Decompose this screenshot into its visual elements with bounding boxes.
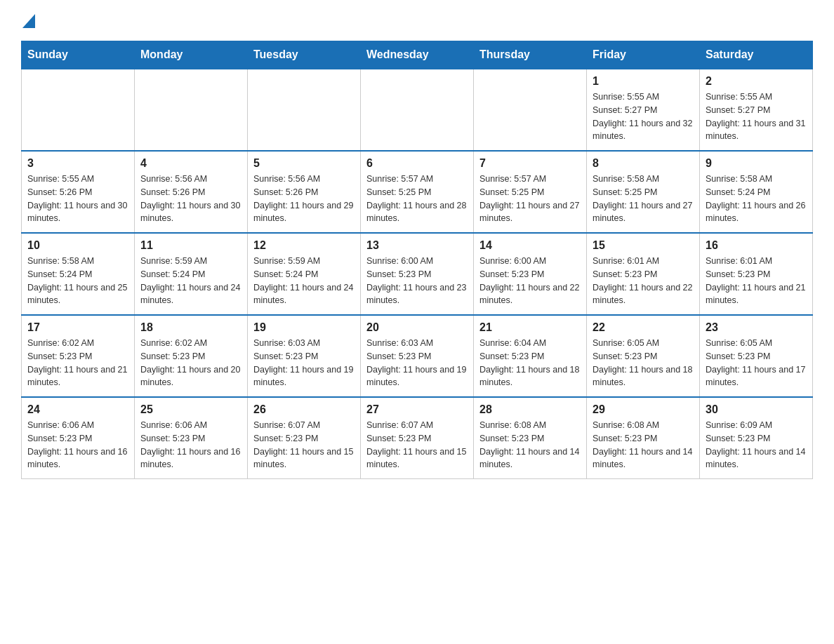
column-header-friday: Friday bbox=[587, 41, 700, 69]
week-row-4: 17Sunrise: 6:02 AMSunset: 5:23 PMDayligh… bbox=[22, 315, 813, 397]
column-header-thursday: Thursday bbox=[474, 41, 587, 69]
calendar-cell bbox=[248, 69, 361, 151]
day-number: 6 bbox=[366, 157, 468, 170]
calendar-cell bbox=[22, 69, 135, 151]
day-info: Sunrise: 5:56 AMSunset: 5:26 PMDaylight:… bbox=[140, 173, 241, 225]
day-number: 11 bbox=[140, 239, 241, 252]
calendar-cell bbox=[135, 69, 248, 151]
calendar-cell: 25Sunrise: 6:06 AMSunset: 5:23 PMDayligh… bbox=[135, 397, 248, 479]
day-number: 22 bbox=[593, 321, 694, 334]
column-header-saturday: Saturday bbox=[700, 41, 813, 69]
calendar-cell: 23Sunrise: 6:05 AMSunset: 5:23 PMDayligh… bbox=[700, 315, 813, 397]
calendar-cell bbox=[361, 69, 474, 151]
day-info: Sunrise: 6:00 AMSunset: 5:23 PMDaylight:… bbox=[479, 255, 581, 307]
calendar-cell: 22Sunrise: 6:05 AMSunset: 5:23 PMDayligh… bbox=[587, 315, 700, 397]
day-info: Sunrise: 6:07 AMSunset: 5:23 PMDaylight:… bbox=[366, 419, 468, 471]
day-number: 2 bbox=[706, 75, 807, 88]
day-number: 23 bbox=[706, 321, 807, 334]
calendar-cell: 6Sunrise: 5:57 AMSunset: 5:25 PMDaylight… bbox=[361, 151, 474, 233]
calendar-cell: 13Sunrise: 6:00 AMSunset: 5:23 PMDayligh… bbox=[361, 233, 474, 315]
calendar-header-row: SundayMondayTuesdayWednesdayThursdayFrid… bbox=[22, 41, 813, 69]
day-info: Sunrise: 5:58 AMSunset: 5:25 PMDaylight:… bbox=[593, 173, 694, 225]
day-info: Sunrise: 6:08 AMSunset: 5:23 PMDaylight:… bbox=[479, 419, 581, 471]
day-number: 27 bbox=[366, 403, 468, 416]
calendar-cell: 17Sunrise: 6:02 AMSunset: 5:23 PMDayligh… bbox=[22, 315, 135, 397]
column-header-tuesday: Tuesday bbox=[248, 41, 361, 69]
day-number: 29 bbox=[593, 403, 694, 416]
calendar-cell: 21Sunrise: 6:04 AMSunset: 5:23 PMDayligh… bbox=[474, 315, 587, 397]
day-number: 14 bbox=[479, 239, 581, 252]
day-info: Sunrise: 6:01 AMSunset: 5:23 PMDaylight:… bbox=[593, 255, 694, 307]
calendar-table: SundayMondayTuesdayWednesdayThursdayFrid… bbox=[21, 41, 813, 479]
day-number: 25 bbox=[140, 403, 241, 416]
calendar-cell: 1Sunrise: 5:55 AMSunset: 5:27 PMDaylight… bbox=[587, 69, 700, 151]
day-number: 24 bbox=[27, 403, 128, 416]
day-info: Sunrise: 5:55 AMSunset: 5:27 PMDaylight:… bbox=[706, 90, 807, 143]
day-info: Sunrise: 6:01 AMSunset: 5:23 PMDaylight:… bbox=[706, 255, 807, 307]
day-number: 5 bbox=[253, 157, 355, 170]
day-number: 12 bbox=[253, 239, 355, 252]
week-row-3: 10Sunrise: 5:58 AMSunset: 5:24 PMDayligh… bbox=[22, 233, 813, 315]
calendar-cell: 24Sunrise: 6:06 AMSunset: 5:23 PMDayligh… bbox=[22, 397, 135, 479]
day-number: 20 bbox=[366, 321, 468, 334]
calendar-cell: 10Sunrise: 5:58 AMSunset: 5:24 PMDayligh… bbox=[22, 233, 135, 315]
day-info: Sunrise: 6:05 AMSunset: 5:23 PMDaylight:… bbox=[593, 337, 694, 389]
day-number: 16 bbox=[706, 239, 807, 252]
calendar-cell: 29Sunrise: 6:08 AMSunset: 5:23 PMDayligh… bbox=[587, 397, 700, 479]
calendar-cell: 2Sunrise: 5:55 AMSunset: 5:27 PMDaylight… bbox=[700, 69, 813, 151]
day-number: 10 bbox=[27, 239, 128, 252]
page-header bbox=[21, 14, 813, 28]
day-number: 15 bbox=[593, 239, 694, 252]
day-info: Sunrise: 5:58 AMSunset: 5:24 PMDaylight:… bbox=[706, 173, 807, 225]
calendar-cell: 27Sunrise: 6:07 AMSunset: 5:23 PMDayligh… bbox=[361, 397, 474, 479]
logo bbox=[21, 14, 35, 28]
day-number: 18 bbox=[140, 321, 241, 334]
calendar-cell: 30Sunrise: 6:09 AMSunset: 5:23 PMDayligh… bbox=[700, 397, 813, 479]
day-info: Sunrise: 5:57 AMSunset: 5:25 PMDaylight:… bbox=[366, 173, 468, 225]
day-number: 8 bbox=[593, 157, 694, 170]
week-row-2: 3Sunrise: 5:55 AMSunset: 5:26 PMDaylight… bbox=[22, 151, 813, 233]
calendar-cell: 20Sunrise: 6:03 AMSunset: 5:23 PMDayligh… bbox=[361, 315, 474, 397]
calendar-cell: 7Sunrise: 5:57 AMSunset: 5:25 PMDaylight… bbox=[474, 151, 587, 233]
column-header-monday: Monday bbox=[135, 41, 248, 69]
day-info: Sunrise: 6:00 AMSunset: 5:23 PMDaylight:… bbox=[366, 255, 468, 307]
calendar-cell: 14Sunrise: 6:00 AMSunset: 5:23 PMDayligh… bbox=[474, 233, 587, 315]
day-info: Sunrise: 5:58 AMSunset: 5:24 PMDaylight:… bbox=[27, 255, 128, 307]
day-number: 30 bbox=[706, 403, 807, 416]
day-info: Sunrise: 6:03 AMSunset: 5:23 PMDaylight:… bbox=[253, 337, 355, 389]
calendar-cell: 18Sunrise: 6:02 AMSunset: 5:23 PMDayligh… bbox=[135, 315, 248, 397]
calendar-cell bbox=[474, 69, 587, 151]
column-header-sunday: Sunday bbox=[22, 41, 135, 69]
day-info: Sunrise: 6:07 AMSunset: 5:23 PMDaylight:… bbox=[253, 419, 355, 471]
day-number: 4 bbox=[140, 157, 241, 170]
calendar-cell: 15Sunrise: 6:01 AMSunset: 5:23 PMDayligh… bbox=[587, 233, 700, 315]
calendar-cell: 9Sunrise: 5:58 AMSunset: 5:24 PMDaylight… bbox=[700, 151, 813, 233]
day-info: Sunrise: 5:56 AMSunset: 5:26 PMDaylight:… bbox=[253, 173, 355, 225]
day-info: Sunrise: 5:59 AMSunset: 5:24 PMDaylight:… bbox=[140, 255, 241, 307]
day-number: 28 bbox=[479, 403, 581, 416]
day-info: Sunrise: 6:02 AMSunset: 5:23 PMDaylight:… bbox=[27, 337, 128, 389]
day-info: Sunrise: 5:55 AMSunset: 5:27 PMDaylight:… bbox=[593, 90, 694, 143]
day-info: Sunrise: 6:06 AMSunset: 5:23 PMDaylight:… bbox=[27, 419, 128, 471]
column-header-wednesday: Wednesday bbox=[361, 41, 474, 69]
day-info: Sunrise: 6:02 AMSunset: 5:23 PMDaylight:… bbox=[140, 337, 241, 389]
day-info: Sunrise: 5:55 AMSunset: 5:26 PMDaylight:… bbox=[27, 173, 128, 225]
week-row-5: 24Sunrise: 6:06 AMSunset: 5:23 PMDayligh… bbox=[22, 397, 813, 479]
day-number: 7 bbox=[479, 157, 581, 170]
day-number: 13 bbox=[366, 239, 468, 252]
week-row-1: 1Sunrise: 5:55 AMSunset: 5:27 PMDaylight… bbox=[22, 69, 813, 151]
day-info: Sunrise: 5:59 AMSunset: 5:24 PMDaylight:… bbox=[253, 255, 355, 307]
day-number: 21 bbox=[479, 321, 581, 334]
day-info: Sunrise: 6:08 AMSunset: 5:23 PMDaylight:… bbox=[593, 419, 694, 471]
logo-triangle-icon bbox=[22, 14, 35, 28]
logo-area bbox=[21, 14, 35, 28]
calendar-cell: 19Sunrise: 6:03 AMSunset: 5:23 PMDayligh… bbox=[248, 315, 361, 397]
calendar-cell: 26Sunrise: 6:07 AMSunset: 5:23 PMDayligh… bbox=[248, 397, 361, 479]
calendar-cell: 4Sunrise: 5:56 AMSunset: 5:26 PMDaylight… bbox=[135, 151, 248, 233]
calendar-cell: 12Sunrise: 5:59 AMSunset: 5:24 PMDayligh… bbox=[248, 233, 361, 315]
day-info: Sunrise: 5:57 AMSunset: 5:25 PMDaylight:… bbox=[479, 173, 581, 225]
calendar-cell: 11Sunrise: 5:59 AMSunset: 5:24 PMDayligh… bbox=[135, 233, 248, 315]
calendar-cell: 16Sunrise: 6:01 AMSunset: 5:23 PMDayligh… bbox=[700, 233, 813, 315]
day-number: 1 bbox=[593, 75, 694, 88]
day-number: 3 bbox=[27, 157, 128, 170]
